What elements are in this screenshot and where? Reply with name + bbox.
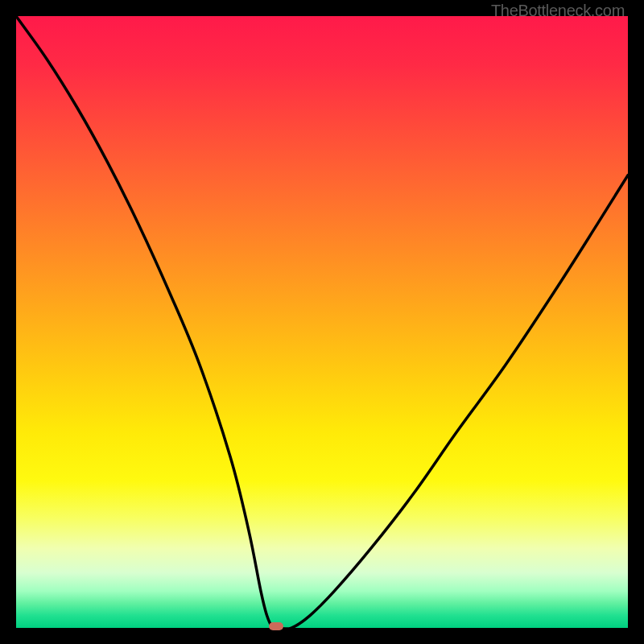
curve-line <box>16 16 628 628</box>
chart-container: TheBottleneck.com <box>0 0 644 644</box>
plot-area <box>16 16 628 628</box>
bottleneck-marker <box>269 622 283 630</box>
